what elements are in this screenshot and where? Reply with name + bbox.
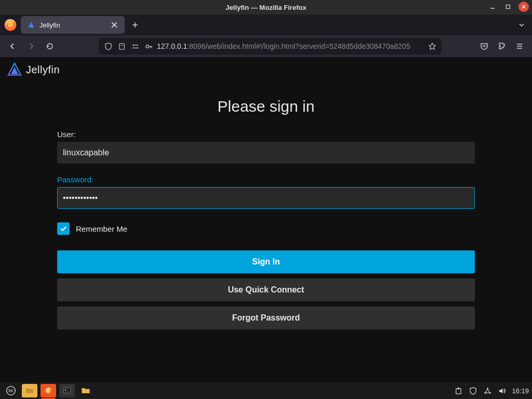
taskbar-terminal-icon[interactable]: $_ <box>59 384 75 397</box>
taskbar-clock[interactable]: 16:19 <box>512 387 529 395</box>
tray-shield-icon[interactable] <box>468 386 477 395</box>
page-content: Jellyfin Please sign in User: Password: … <box>0 57 532 382</box>
tab-title: Jellyfin <box>39 21 60 29</box>
desktop-taskbar: lm $_ 16:19 <box>0 382 532 399</box>
svg-point-15 <box>145 45 149 48</box>
jellyfin-favicon-icon <box>27 21 35 29</box>
password-key-icon[interactable] <box>142 40 155 52</box>
svg-point-13 <box>136 47 138 48</box>
pocket-icon[interactable] <box>476 38 493 55</box>
window-maximize-button[interactable] <box>503 2 513 12</box>
extensions-icon[interactable] <box>494 38 510 55</box>
url-path: :8096/web/index.html#!/login.html?server… <box>187 42 410 50</box>
volume-icon[interactable] <box>497 386 507 395</box>
browser-tabstrip: Jellyfin <box>0 15 532 35</box>
window-titlebar: Jellyfin — Mozilla Firefox <box>0 0 532 15</box>
quick-connect-button[interactable]: Use Quick Connect <box>57 278 475 301</box>
url-bar[interactable]: 127.0.0.1:8096/web/index.html#!/login.ht… <box>99 38 442 55</box>
svg-rect-1 <box>507 5 510 9</box>
start-menu-button[interactable]: lm <box>3 384 19 397</box>
svg-rect-9 <box>119 43 124 49</box>
password-field: Password: <box>57 175 475 209</box>
network-icon[interactable] <box>483 386 492 395</box>
svg-text:lm: lm <box>9 388 14 393</box>
nav-reload-button[interactable] <box>42 38 58 55</box>
taskbar-files-icon[interactable] <box>22 384 37 397</box>
forgot-password-button[interactable]: Forgot Password <box>57 307 475 329</box>
nav-forward-button[interactable] <box>23 38 39 55</box>
svg-line-33 <box>487 389 489 392</box>
jellyfin-brand: Jellyfin <box>26 64 60 76</box>
svg-point-11 <box>132 44 134 46</box>
svg-point-29 <box>487 388 488 389</box>
svg-rect-28 <box>458 388 460 389</box>
page-info-icon[interactable] <box>115 40 128 52</box>
svg-rect-27 <box>456 388 461 393</box>
jellyfin-header: Jellyfin <box>0 57 532 82</box>
remember-me-label: Remember Me <box>76 224 127 233</box>
browser-navbar: 127.0.0.1:8096/web/index.html#!/login.ht… <box>0 35 532 57</box>
login-heading: Please sign in <box>57 98 475 115</box>
browser-tab[interactable]: Jellyfin <box>21 16 125 34</box>
user-input[interactable] <box>57 142 475 164</box>
shield-icon[interactable] <box>102 40 114 52</box>
app-menu-button[interactable] <box>511 38 528 55</box>
window-close-button[interactable] <box>518 2 529 12</box>
tab-close-button[interactable] <box>110 21 118 29</box>
svg-line-32 <box>486 389 488 392</box>
permissions-icon[interactable] <box>129 40 141 52</box>
jellyfin-logo-icon <box>7 62 22 77</box>
taskbar-firefox-icon[interactable] <box>41 384 56 397</box>
clipboard-icon[interactable] <box>454 386 463 395</box>
svg-point-31 <box>489 392 491 393</box>
password-label: Password: <box>57 175 475 184</box>
password-input[interactable] <box>57 187 475 209</box>
url-host: 127.0.0.1 <box>157 42 187 50</box>
taskbar-folder-icon[interactable] <box>78 384 94 397</box>
new-tab-button[interactable] <box>128 18 142 32</box>
jellyfin-logo: Jellyfin <box>7 62 60 77</box>
remember-me-row: Remember Me <box>57 222 475 235</box>
remember-me-checkbox[interactable] <box>57 222 70 235</box>
window-title: Jellyfin — Mozilla Firefox <box>225 4 306 11</box>
nav-back-button[interactable] <box>4 38 21 55</box>
bookmark-star-icon[interactable] <box>426 40 438 52</box>
tabs-dropdown-button[interactable] <box>514 18 529 32</box>
user-field: User: <box>57 130 475 164</box>
url-text: 127.0.0.1:8096/web/index.html#!/login.ht… <box>157 42 424 50</box>
check-icon <box>59 224 68 233</box>
window-minimize-button[interactable] <box>487 2 498 12</box>
sign-in-button[interactable]: Sign In <box>57 250 475 273</box>
svg-point-30 <box>484 392 486 393</box>
svg-text:$_: $_ <box>65 388 69 392</box>
user-label: User: <box>57 130 475 139</box>
firefox-icon <box>3 18 18 32</box>
login-form: Please sign in User: Password: Remember … <box>57 98 475 335</box>
